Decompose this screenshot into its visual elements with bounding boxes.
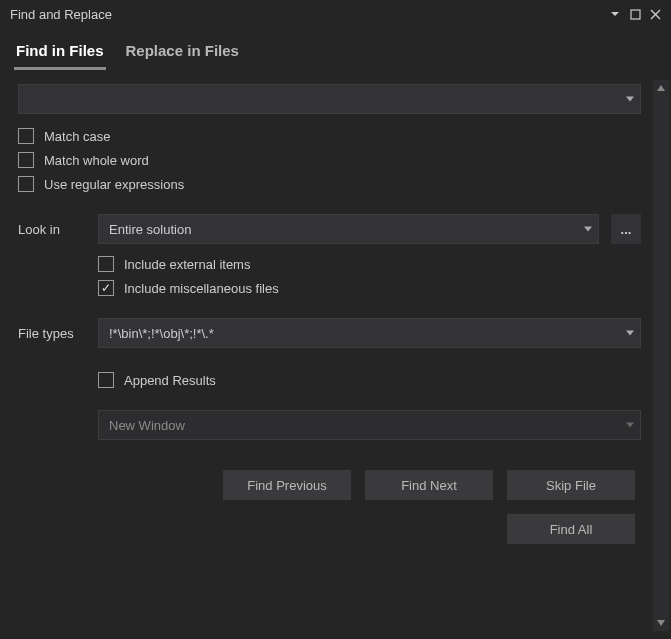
file-types-row: File types !*\bin\*;!*\obj\*;!*\.* [18, 318, 641, 348]
maximize-icon[interactable] [625, 4, 645, 24]
svg-rect-0 [631, 10, 640, 19]
look-in-label: Look in [18, 222, 86, 237]
buttons-row-2: Find All [18, 514, 641, 544]
checkbox-box [18, 128, 34, 144]
include-misc-checkbox[interactable]: Include miscellaneous files [98, 280, 641, 296]
append-results-checkbox[interactable]: Append Results [98, 372, 641, 388]
results-target-select[interactable]: New Window [98, 410, 641, 440]
match-whole-word-label: Match whole word [44, 153, 149, 168]
checkbox-box [18, 176, 34, 192]
tab-replace-in-files[interactable]: Replace in Files [124, 38, 241, 70]
scroll-up-icon[interactable] [653, 80, 669, 96]
scrollbar[interactable] [653, 80, 669, 631]
titlebar: Find and Replace [0, 0, 671, 28]
use-regex-label: Use regular expressions [44, 177, 184, 192]
include-misc-label: Include miscellaneous files [124, 281, 279, 296]
checkbox-box [98, 280, 114, 296]
include-external-checkbox[interactable]: Include external items [98, 256, 641, 272]
skip-file-button[interactable]: Skip File [507, 470, 635, 500]
results-target-value: New Window [109, 418, 185, 433]
use-regex-checkbox[interactable]: Use regular expressions [18, 176, 641, 192]
look-in-select[interactable]: Entire solution [98, 214, 599, 244]
buttons-row-1: Find Previous Find Next Skip File [18, 470, 641, 500]
checkbox-box [98, 372, 114, 388]
close-icon[interactable] [645, 4, 665, 24]
file-types-value: !*\bin\*;!*\obj\*;!*\.* [109, 326, 214, 341]
file-types-input[interactable]: !*\bin\*;!*\obj\*;!*\.* [98, 318, 641, 348]
chevron-down-icon [626, 97, 634, 102]
find-previous-button[interactable]: Find Previous [223, 470, 351, 500]
find-all-button[interactable]: Find All [507, 514, 635, 544]
match-whole-word-checkbox[interactable]: Match whole word [18, 152, 641, 168]
chevron-down-icon [584, 227, 592, 232]
file-types-label: File types [18, 326, 86, 341]
window-menu-icon[interactable] [605, 4, 625, 24]
append-results-label: Append Results [124, 373, 216, 388]
chevron-down-icon [626, 331, 634, 336]
match-case-checkbox[interactable]: Match case [18, 128, 641, 144]
match-case-label: Match case [44, 129, 110, 144]
tab-find-in-files[interactable]: Find in Files [14, 38, 106, 70]
search-term-input[interactable] [18, 84, 641, 114]
window-title: Find and Replace [10, 7, 605, 22]
tabs: Find in Files Replace in Files [0, 28, 671, 70]
look-in-row: Look in Entire solution ... [18, 214, 641, 244]
dialog-body: Match case Match whole word Use regular … [0, 70, 671, 639]
checkbox-box [98, 256, 114, 272]
browse-button[interactable]: ... [611, 214, 641, 244]
find-next-button[interactable]: Find Next [365, 470, 493, 500]
chevron-down-icon [626, 423, 634, 428]
look-in-value: Entire solution [109, 222, 191, 237]
checkbox-box [18, 152, 34, 168]
scroll-down-icon[interactable] [653, 615, 669, 631]
include-external-label: Include external items [124, 257, 250, 272]
